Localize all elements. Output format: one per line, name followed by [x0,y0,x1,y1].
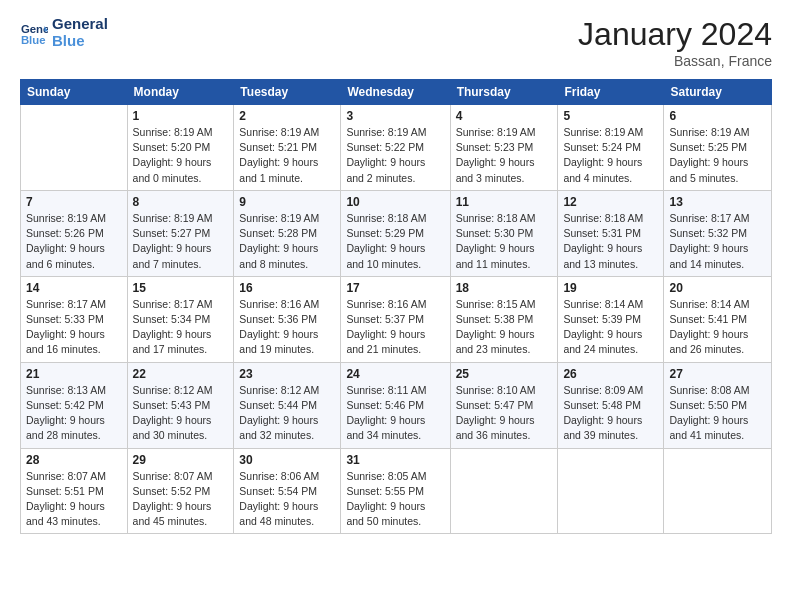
day-info: Sunrise: 8:08 AMSunset: 5:50 PMDaylight:… [669,383,766,444]
day-number: 4 [456,109,553,123]
month-title: January 2024 [578,16,772,53]
day-number: 9 [239,195,335,209]
table-row: 7Sunrise: 8:19 AMSunset: 5:26 PMDaylight… [21,190,128,276]
day-info: Sunrise: 8:10 AMSunset: 5:47 PMDaylight:… [456,383,553,444]
day-info: Sunrise: 8:09 AMSunset: 5:48 PMDaylight:… [563,383,658,444]
logo-icon: General Blue [20,19,48,47]
calendar-header-row: Sunday Monday Tuesday Wednesday Thursday… [21,80,772,105]
day-info: Sunrise: 8:13 AMSunset: 5:42 PMDaylight:… [26,383,122,444]
day-info: Sunrise: 8:18 AMSunset: 5:30 PMDaylight:… [456,211,553,272]
day-number: 25 [456,367,553,381]
day-number: 18 [456,281,553,295]
table-row: 22Sunrise: 8:12 AMSunset: 5:43 PMDayligh… [127,362,234,448]
table-row: 29Sunrise: 8:07 AMSunset: 5:52 PMDayligh… [127,448,234,534]
col-sunday: Sunday [21,80,128,105]
day-number: 30 [239,453,335,467]
day-info: Sunrise: 8:06 AMSunset: 5:54 PMDaylight:… [239,469,335,530]
day-number: 13 [669,195,766,209]
day-number: 1 [133,109,229,123]
day-number: 20 [669,281,766,295]
table-row: 1Sunrise: 8:19 AMSunset: 5:20 PMDaylight… [127,105,234,191]
col-wednesday: Wednesday [341,80,450,105]
day-number: 5 [563,109,658,123]
day-info: Sunrise: 8:19 AMSunset: 5:22 PMDaylight:… [346,125,444,186]
day-info: Sunrise: 8:19 AMSunset: 5:20 PMDaylight:… [133,125,229,186]
table-row: 30Sunrise: 8:06 AMSunset: 5:54 PMDayligh… [234,448,341,534]
table-row: 5Sunrise: 8:19 AMSunset: 5:24 PMDaylight… [558,105,664,191]
col-monday: Monday [127,80,234,105]
day-number: 26 [563,367,658,381]
table-row: 28Sunrise: 8:07 AMSunset: 5:51 PMDayligh… [21,448,128,534]
table-row: 8Sunrise: 8:19 AMSunset: 5:27 PMDaylight… [127,190,234,276]
day-number: 29 [133,453,229,467]
svg-text:Blue: Blue [21,33,46,45]
table-row: 20Sunrise: 8:14 AMSunset: 5:41 PMDayligh… [664,276,772,362]
table-row [664,448,772,534]
table-row: 23Sunrise: 8:12 AMSunset: 5:44 PMDayligh… [234,362,341,448]
header: General Blue General Blue January 2024 B… [20,16,772,69]
table-row: 3Sunrise: 8:19 AMSunset: 5:22 PMDaylight… [341,105,450,191]
day-number: 24 [346,367,444,381]
table-row: 18Sunrise: 8:15 AMSunset: 5:38 PMDayligh… [450,276,558,362]
day-number: 19 [563,281,658,295]
calendar-week-row: 1Sunrise: 8:19 AMSunset: 5:20 PMDaylight… [21,105,772,191]
calendar-week-row: 7Sunrise: 8:19 AMSunset: 5:26 PMDaylight… [21,190,772,276]
table-row: 26Sunrise: 8:09 AMSunset: 5:48 PMDayligh… [558,362,664,448]
title-area: January 2024 Bassan, France [578,16,772,69]
table-row: 2Sunrise: 8:19 AMSunset: 5:21 PMDaylight… [234,105,341,191]
day-number: 3 [346,109,444,123]
day-info: Sunrise: 8:15 AMSunset: 5:38 PMDaylight:… [456,297,553,358]
day-info: Sunrise: 8:19 AMSunset: 5:27 PMDaylight:… [133,211,229,272]
day-info: Sunrise: 8:19 AMSunset: 5:23 PMDaylight:… [456,125,553,186]
day-info: Sunrise: 8:18 AMSunset: 5:29 PMDaylight:… [346,211,444,272]
calendar-week-row: 28Sunrise: 8:07 AMSunset: 5:51 PMDayligh… [21,448,772,534]
day-info: Sunrise: 8:16 AMSunset: 5:37 PMDaylight:… [346,297,444,358]
table-row: 4Sunrise: 8:19 AMSunset: 5:23 PMDaylight… [450,105,558,191]
day-info: Sunrise: 8:19 AMSunset: 5:26 PMDaylight:… [26,211,122,272]
day-number: 14 [26,281,122,295]
day-number: 2 [239,109,335,123]
day-number: 23 [239,367,335,381]
day-number: 10 [346,195,444,209]
day-number: 22 [133,367,229,381]
day-number: 15 [133,281,229,295]
day-number: 21 [26,367,122,381]
day-info: Sunrise: 8:19 AMSunset: 5:28 PMDaylight:… [239,211,335,272]
page: General Blue General Blue January 2024 B… [0,0,792,612]
day-number: 28 [26,453,122,467]
day-info: Sunrise: 8:17 AMSunset: 5:33 PMDaylight:… [26,297,122,358]
logo-line2: Blue [52,33,108,50]
table-row: 31Sunrise: 8:05 AMSunset: 5:55 PMDayligh… [341,448,450,534]
table-row: 25Sunrise: 8:10 AMSunset: 5:47 PMDayligh… [450,362,558,448]
table-row: 10Sunrise: 8:18 AMSunset: 5:29 PMDayligh… [341,190,450,276]
day-info: Sunrise: 8:12 AMSunset: 5:43 PMDaylight:… [133,383,229,444]
table-row: 14Sunrise: 8:17 AMSunset: 5:33 PMDayligh… [21,276,128,362]
location-title: Bassan, France [578,53,772,69]
day-info: Sunrise: 8:19 AMSunset: 5:24 PMDaylight:… [563,125,658,186]
day-number: 17 [346,281,444,295]
day-number: 7 [26,195,122,209]
day-info: Sunrise: 8:19 AMSunset: 5:25 PMDaylight:… [669,125,766,186]
day-info: Sunrise: 8:07 AMSunset: 5:51 PMDaylight:… [26,469,122,530]
table-row: 15Sunrise: 8:17 AMSunset: 5:34 PMDayligh… [127,276,234,362]
table-row: 21Sunrise: 8:13 AMSunset: 5:42 PMDayligh… [21,362,128,448]
day-info: Sunrise: 8:12 AMSunset: 5:44 PMDaylight:… [239,383,335,444]
day-info: Sunrise: 8:14 AMSunset: 5:41 PMDaylight:… [669,297,766,358]
calendar-week-row: 21Sunrise: 8:13 AMSunset: 5:42 PMDayligh… [21,362,772,448]
table-row [21,105,128,191]
col-thursday: Thursday [450,80,558,105]
logo: General Blue General Blue [20,16,108,49]
table-row: 6Sunrise: 8:19 AMSunset: 5:25 PMDaylight… [664,105,772,191]
table-row [450,448,558,534]
day-info: Sunrise: 8:05 AMSunset: 5:55 PMDaylight:… [346,469,444,530]
day-info: Sunrise: 8:16 AMSunset: 5:36 PMDaylight:… [239,297,335,358]
day-number: 16 [239,281,335,295]
day-info: Sunrise: 8:11 AMSunset: 5:46 PMDaylight:… [346,383,444,444]
day-info: Sunrise: 8:14 AMSunset: 5:39 PMDaylight:… [563,297,658,358]
day-number: 12 [563,195,658,209]
logo-line1: General [52,16,108,33]
table-row: 27Sunrise: 8:08 AMSunset: 5:50 PMDayligh… [664,362,772,448]
day-number: 11 [456,195,553,209]
calendar-table: Sunday Monday Tuesday Wednesday Thursday… [20,79,772,534]
day-info: Sunrise: 8:07 AMSunset: 5:52 PMDaylight:… [133,469,229,530]
